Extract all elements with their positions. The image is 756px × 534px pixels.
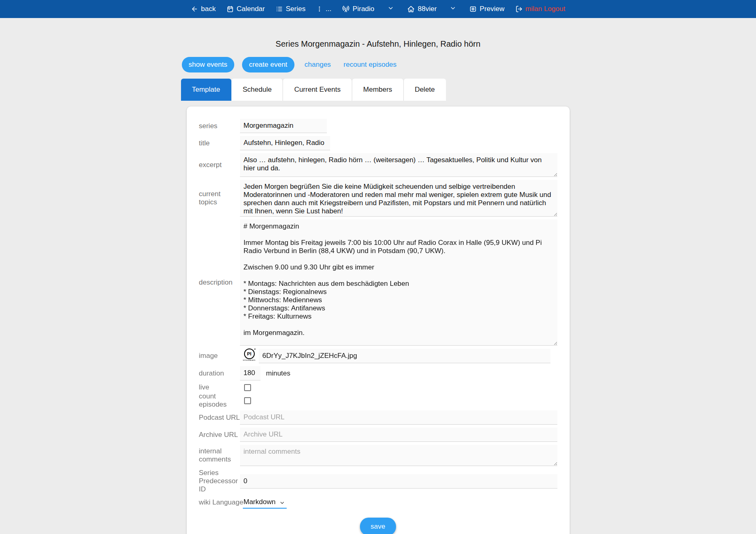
archive-url-row: Archive URL [199,428,557,442]
nav-calendar[interactable]: Calendar [226,5,265,13]
pi-logo-text: PI [247,351,251,356]
wiki-language-label: wiki Language [199,498,240,507]
duration-input[interactable] [240,366,260,380]
series-row: series [199,119,557,133]
duration-label: duration [199,369,240,378]
top-navbar: back Calendar Series ... Piradio 88vier … [0,0,756,18]
series-label: series [199,122,240,130]
count-episodes-row: count episodes [199,392,557,409]
tab-current-events[interactable]: Current Events [283,79,352,101]
home-icon [407,5,415,13]
wiki-language-row: wiki Language Markdown [199,496,557,509]
pi-logo-mark: « [254,348,256,351]
live-label: live [199,383,240,391]
main-container: Series Morgenmagazin - Aufstehn, Hinlege… [187,39,570,534]
save-button[interactable]: save [360,518,396,534]
preview-eye-icon [469,5,477,13]
chevron-down-icon [450,5,456,14]
nav-preview[interactable]: Preview [469,5,504,13]
title-input[interactable] [240,136,330,150]
tab-bar: Template Schedule Current Events Members… [181,79,570,101]
calendar-icon [226,5,234,13]
excerpt-row: excerpt Also … aufstehn, hinlegen, Radio… [199,153,557,177]
changes-link[interactable]: changes [302,61,333,69]
template-form-card: series title excerpt Also … aufstehn, hi… [187,106,570,534]
save-row: save [199,518,557,534]
series-predecessor-row: Series Predecessor ID [199,469,557,493]
pi-logo-icon: PI « [244,348,255,359]
tab-template[interactable]: Template [181,79,232,101]
podcast-url-input[interactable] [240,410,557,425]
image-row: image PI « MORGENMAGAZIN [199,348,557,363]
station-dropdown-toggle[interactable] [450,5,456,14]
nav-calendar-label: Calendar [237,5,265,13]
count-episodes-checkbox[interactable] [244,397,251,404]
recount-episodes-link[interactable]: recount episodes [341,61,399,69]
logout-icon [515,5,523,13]
duration-row: duration minutes [199,366,557,380]
show-events-button[interactable]: show events [182,57,235,72]
kebab-menu-icon [316,5,323,13]
excerpt-textarea[interactable]: Also … aufstehn, hinlegen, Radio hörn … … [240,153,557,177]
description-textarea[interactable]: # Morgenmagazin Immer Montag bis Freitag… [240,219,557,346]
tab-schedule[interactable]: Schedule [231,79,283,101]
nav-back[interactable]: back [191,5,216,13]
internal-comments-label: internal comments [199,447,240,464]
nav-series[interactable]: Series [276,5,306,13]
nav-piradio-label: Piradio [353,5,374,13]
internal-comments-row: internal comments [199,445,557,466]
live-row: live [199,383,557,391]
nav-more[interactable]: ... [316,5,331,13]
podcast-url-row: Podcast URL [199,410,557,425]
image-filename-input[interactable] [259,349,550,363]
page-title: Series Morgenmagazin - Aufstehn, Hinlege… [187,39,570,49]
duration-unit-label: minutes [266,369,291,378]
tab-delete[interactable]: Delete [404,79,446,101]
current-topics-label: current topics [199,190,240,206]
series-predecessor-input[interactable] [240,474,557,489]
broadcast-antenna-icon [342,5,350,13]
actions-row: show events create event changes recount… [182,57,570,72]
live-checkbox[interactable] [244,384,251,391]
chevron-down-icon [387,5,394,14]
nav-back-label: back [201,5,216,13]
podcast-url-label: Podcast URL [199,414,240,422]
nav-88vier[interactable]: 88vier [407,5,437,13]
wiki-language-select-wrap: Markdown [243,496,287,509]
archive-url-label: Archive URL [199,431,240,439]
pi-logo-caption: MORGENMAGAZIN [243,360,255,361]
internal-comments-textarea[interactable] [240,445,557,466]
count-episodes-label: count episodes [199,392,240,409]
list-icon [276,5,283,13]
title-label: title [199,139,240,147]
description-label: description [199,278,240,287]
piradio-dropdown-toggle[interactable] [387,5,394,14]
excerpt-label: excerpt [199,161,240,169]
title-row: title [199,136,557,150]
nav-preview-label: Preview [480,5,504,13]
image-label: image [199,352,240,360]
description-row: description # Morgenmagazin Immer Montag… [199,219,557,346]
series-input[interactable] [240,119,327,133]
nav-logout-label: milan Logout [525,5,565,13]
nav-piradio[interactable]: Piradio [342,5,374,13]
nav-series-label: Series [286,5,306,13]
current-topics-textarea[interactable]: Jeden Morgen begrüßen Sie die keine Müdi… [240,180,557,217]
nav-88vier-label: 88vier [418,5,437,13]
nav-more-label: ... [326,5,331,13]
series-predecessor-label: Series Predecessor ID [199,469,240,493]
nav-logout[interactable]: milan Logout [515,5,565,13]
arrow-left-icon [191,5,198,13]
current-topics-row: current topics Jeden Morgen begrüßen Sie… [199,180,557,217]
archive-url-input[interactable] [240,428,557,442]
wiki-language-select[interactable]: Markdown [243,496,287,508]
tab-members[interactable]: Members [352,79,404,101]
create-event-button[interactable]: create event [242,57,294,72]
series-image-thumbnail[interactable]: PI « MORGENMAGAZIN [243,348,256,363]
